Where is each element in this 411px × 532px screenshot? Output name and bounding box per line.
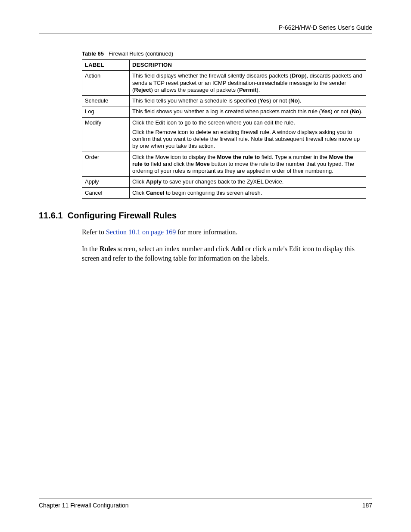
row-description: Click Apply to save your changes back to… [130, 177, 366, 187]
bold-term: Move [196, 161, 210, 167]
description-paragraph: This field shows you whether a log is cr… [132, 108, 363, 115]
row-label: Modify [82, 117, 130, 152]
row-label: Order [82, 152, 130, 177]
p1-post: for more information. [176, 228, 237, 236]
row-description: Click the Move icon to display the Move … [130, 152, 366, 177]
description-paragraph: This field tells you whether a schedule … [132, 97, 363, 104]
p1-pre: Refer to [82, 228, 106, 236]
table-caption-title: Firewall Rules (continued) [109, 50, 173, 57]
p2-bold1: Rules [100, 245, 116, 252]
row-label: Action [82, 71, 130, 96]
section-heading: 11.6.1 Configuring Firewall Rules [39, 211, 372, 221]
p2-bold2: Add [231, 245, 243, 252]
table-row: ActionThis field displays whether the fi… [82, 71, 366, 96]
row-label: Log [82, 106, 130, 117]
cross-ref-link[interactable]: Section 10.1 on page 169 [106, 228, 176, 236]
row-description: Click the Edit icon to go to the screen … [130, 117, 366, 152]
row-label: Cancel [82, 187, 130, 198]
table-caption: Table 65 Firewall Rules (continued) [82, 50, 372, 57]
firewall-rules-table: LABEL DESCRIPTION ActionThis field displ… [82, 59, 366, 199]
bold-term: Apply [146, 178, 162, 185]
row-description: This field displays whether the firewall… [130, 71, 366, 96]
section-number: 11.6.1 [39, 211, 63, 220]
table-caption-label: Table 65 [82, 50, 104, 57]
bold-term: Drop [292, 72, 305, 79]
bold-term: No [352, 108, 359, 115]
p2-mid: screen, select an index number and click [116, 245, 231, 252]
col-header-label: LABEL [82, 60, 130, 71]
bold-term: Move the rule to [217, 154, 260, 160]
header-guide-title: P-662H/HW-D Series User's Guide [39, 24, 372, 34]
table-row: LogThis field shows you whether a log is… [82, 106, 366, 117]
bold-term: Yes [260, 97, 269, 104]
bold-term: No [290, 97, 298, 104]
header-rule [39, 34, 372, 34]
description-paragraph: Click Cancel to begin configuring this s… [132, 190, 363, 196]
table-row: CancelClick Cancel to begin configuring … [82, 187, 366, 198]
row-label: Apply [82, 177, 130, 187]
bold-term: Permit [239, 87, 256, 93]
footer-chapter: Chapter 11 Firewall Configuration [39, 502, 129, 509]
body-paragraph-2: In the Rules screen, select an index num… [82, 244, 368, 263]
row-label: Schedule [82, 96, 130, 106]
description-paragraph: This field displays whether the firewall… [132, 72, 363, 93]
table-row: OrderClick the Move icon to display the … [82, 152, 366, 177]
bold-term: Cancel [146, 190, 165, 196]
table-row: ApplyClick Apply to save your changes ba… [82, 177, 366, 187]
bold-term: Reject [134, 87, 151, 93]
table-header-row: LABEL DESCRIPTION [82, 60, 366, 71]
table-row: ModifyClick the Edit icon to go to the s… [82, 117, 366, 152]
page-footer: Chapter 11 Firewall Configuration 187 [39, 498, 372, 509]
description-paragraph: Click the Remove icon to delete an exist… [132, 129, 363, 150]
bold-term: Yes [321, 108, 330, 115]
p2-pre: In the [82, 245, 100, 252]
row-description: Click Cancel to begin configuring this s… [130, 187, 366, 198]
table-row: ScheduleThis field tells you whether a s… [82, 96, 366, 106]
row-description: This field shows you whether a log is cr… [130, 106, 366, 117]
footer-page-number: 187 [362, 502, 372, 509]
description-paragraph: Click the Move icon to display the Move … [132, 154, 363, 175]
section-title: Configuring Firewall Rules [68, 211, 177, 220]
row-description: This field tells you whether a schedule … [130, 96, 366, 106]
body-paragraph-1: Refer to Section 10.1 on page 169 for mo… [82, 227, 368, 237]
description-paragraph: Click the Edit icon to go to the screen … [132, 119, 363, 126]
col-header-description: DESCRIPTION [130, 60, 366, 71]
description-paragraph: Click Apply to save your changes back to… [132, 178, 363, 185]
